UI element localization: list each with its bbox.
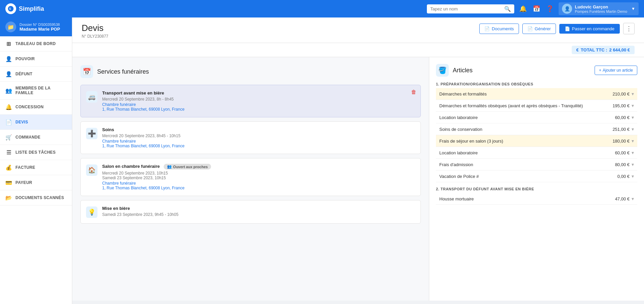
services-title-row: 📅 Services funéraires	[80, 65, 421, 78]
sidebar-item-pouvoir[interactable]: 👤 POUVOIR	[0, 51, 72, 67]
main-content: Devis N° DLY230877 📄 Documents 📄 Générer…	[72, 17, 644, 304]
service-location: Chambre funéraire1, Rue Thomas Blanchet,…	[102, 139, 415, 148]
sidebar-item-label: LISTE DES TÂCHES	[15, 150, 55, 155]
chevron-icon[interactable]: ▾	[632, 138, 634, 144]
articles-title: Articles	[453, 67, 473, 74]
delete-service-button[interactable]: 🗑	[411, 89, 416, 95]
chevron-icon[interactable]: ▾	[632, 174, 634, 179]
article-price: 195,00 €	[612, 103, 630, 108]
passer-commande-button[interactable]: 📄 Passer en commande	[559, 24, 620, 34]
badge-open: 👥 Ouvert aux proches	[164, 164, 211, 169]
dossier-name: Madame Marie POP	[19, 27, 60, 32]
two-column-layout: 📅 Services funéraires 🚐 Transport avant …	[72, 57, 644, 301]
article-row[interactable]: Location laboratoire 60,00 € ▾	[436, 112, 637, 123]
chevron-icon[interactable]: ▾	[632, 126, 634, 132]
chevron-icon[interactable]: ▾	[632, 91, 634, 97]
service-date: Samedi 23 Septembre 2023, 9h45 - 10h05	[102, 212, 415, 217]
chevron-down-icon: ▼	[631, 6, 635, 11]
more-options-button[interactable]: ⋮	[623, 23, 635, 34]
search-input[interactable]	[430, 6, 502, 11]
user-menu[interactable]: 👤 Ludovic Garçon Pompes Funèbres Martin …	[559, 2, 639, 15]
articles-icon: 🪣	[436, 64, 449, 77]
articles-header: 🪣 Articles + Ajouter un article	[436, 64, 637, 77]
chevron-icon[interactable]: ▾	[632, 196, 634, 201]
articles-panel: 🪣 Articles + Ajouter un article 1. PRÉPA…	[429, 57, 644, 301]
transport-icon: 🚐	[86, 91, 97, 103]
search-icon: 🔍	[504, 6, 511, 12]
article-label: Vacation de Police #	[439, 174, 617, 179]
group-icon: 👥	[5, 87, 12, 94]
article-row[interactable]: Frais d'admission 80,00 € ▾	[436, 159, 637, 170]
sidebar-item-label: DEVIS	[15, 120, 28, 124]
sidebar-item-devis[interactable]: 📄 DEVIS	[0, 115, 72, 130]
sidebar-item-label: DÉFUNT	[15, 72, 32, 76]
service-location: Chambre funéraire1, Rue Thomas Blanchet,…	[102, 102, 415, 112]
sidebar-item-membres[interactable]: 👥 MEMBRES DE LA FAMILLE	[0, 82, 72, 100]
documents-button[interactable]: 📄 Documents	[479, 24, 519, 34]
document-icon: 📄	[5, 119, 12, 125]
chevron-icon[interactable]: ▾	[632, 150, 634, 155]
article-row[interactable]: Frais de séjour en salon (3 jours) 180,0…	[436, 135, 637, 147]
dossier-header[interactable]: 📁 Dossier N° DS00359538 Madame Marie POP	[0, 17, 72, 36]
page-header: Devis N° DLY230877 📄 Documents 📄 Générer…	[72, 17, 644, 43]
calendar-icon[interactable]: 📅	[532, 4, 541, 13]
chevron-icon[interactable]: ▾	[632, 115, 634, 120]
sidebar-item-facture[interactable]: 💰 FACTURE	[0, 160, 72, 175]
sidebar-item-tableau[interactable]: ⊞ TABLEAU DE BORD	[0, 36, 72, 51]
article-label: Housse mortuaire	[439, 196, 615, 201]
euro-icon: €	[576, 47, 579, 52]
logo-icon: S	[5, 3, 16, 14]
sidebar-item-taches[interactable]: ☰ LISTE DES TÂCHES	[0, 145, 72, 160]
services-icon: 📅	[80, 65, 93, 78]
generer-button[interactable]: 📄 Générer	[522, 24, 556, 34]
service-date: Mercredi 20 Septembre 2023, 8h45 - 10h15	[102, 134, 415, 138]
service-title: Soins	[102, 127, 415, 132]
sidebar-item-label: CONCESSION	[15, 105, 44, 109]
total-value: 2 644,00 €	[609, 47, 630, 52]
sidebar-item-defunt[interactable]: 👤 DÉFUNT	[0, 67, 72, 82]
sidebar-item-label: FACTURE	[15, 165, 35, 170]
article-row[interactable]: Démarches et formalités 210,00 € ▾	[436, 88, 637, 100]
chevron-icon[interactable]: ▾	[632, 162, 634, 167]
sidebar: 📁 Dossier N° DS00359538 Madame Marie POP…	[0, 17, 72, 304]
commande-icon: 📄	[565, 26, 570, 31]
user-name: Ludovic Garçon	[575, 4, 627, 9]
article-row[interactable]: Démarches et formalités obsèques (avant …	[436, 100, 637, 112]
chevron-icon[interactable]: ▾	[632, 103, 634, 108]
article-row[interactable]: Vacation de Police # 0,00 € ▾	[436, 170, 637, 182]
sidebar-item-documents[interactable]: 📂 DOCUMENTS SCANNÉS	[0, 190, 72, 205]
page-subtitle: N° DLY230877	[82, 34, 479, 39]
articles-category-2: 2. TRANSPORT DU DÉFUNT AVANT MISE EN BIÈ…	[436, 187, 637, 191]
list-icon: ☰	[5, 149, 12, 156]
search-bar[interactable]: 🔍	[427, 4, 514, 13]
sidebar-item-commande[interactable]: 🛒 COMMANDE	[0, 130, 72, 145]
plus-icon: +	[599, 68, 601, 73]
services-panel: 📅 Services funéraires 🚐 Transport avant …	[72, 57, 429, 301]
service-title: Salon en chambre funéraire 👥 Ouvert aux …	[102, 164, 415, 169]
app-name: Simplifia	[19, 5, 44, 12]
dashboard-icon: ⊞	[5, 40, 12, 47]
notification-icon[interactable]: 🔔	[518, 4, 528, 13]
add-article-button[interactable]: + Ajouter un article	[595, 66, 637, 75]
topnav-icons: 🔔 📅 ❓	[518, 4, 555, 13]
sidebar-item-concession[interactable]: 🔔 CONCESSION	[0, 100, 72, 115]
article-row[interactable]: Housse mortuaire 47,00 € ▾	[436, 193, 637, 205]
articles-category-1: 1. PRÉPARATION/ORGANISATION DES OBSÈQUES	[436, 82, 637, 86]
app-logo[interactable]: S Simplifia	[5, 3, 44, 14]
article-label: Démarches et formalités	[439, 91, 612, 97]
person-icon: 👤	[5, 71, 12, 77]
article-row[interactable]: Soins de conservation 251,00 € ▾	[436, 123, 637, 135]
user-company: Pompes Funèbres Martin Demo	[575, 9, 627, 13]
article-price: 0,00 €	[617, 174, 630, 179]
sidebar-item-payeur[interactable]: 💳 PAYEUR	[0, 175, 72, 190]
dossier-icon: 📁	[5, 22, 16, 32]
article-label: Démarches et formalités obsèques (avant …	[439, 103, 612, 108]
article-row[interactable]: Location laboratoire 60,00 € ▾	[436, 147, 637, 159]
total-bar: € TOTAL TTC : 2 644,00 €	[72, 43, 644, 57]
help-icon[interactable]: ❓	[545, 4, 555, 13]
total-ttc-badge: € TOTAL TTC : 2 644,00 €	[572, 46, 635, 54]
page-title: Devis	[82, 23, 479, 33]
folder-icon: 📂	[5, 194, 12, 201]
sidebar-item-label: TABLEAU DE BORD	[15, 41, 56, 46]
page-actions: 📄 Documents 📄 Générer 📄 Passer en comman…	[479, 23, 635, 34]
